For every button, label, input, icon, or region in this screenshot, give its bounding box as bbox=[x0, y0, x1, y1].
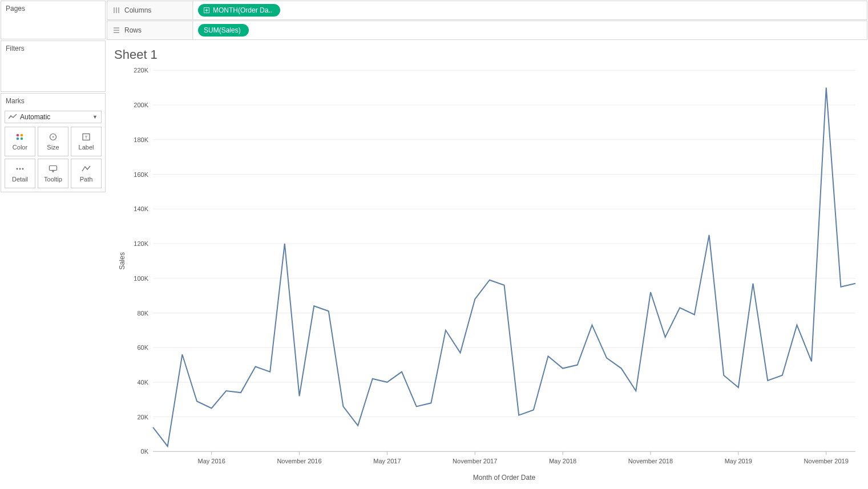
svg-text:40K: 40K bbox=[137, 379, 148, 386]
svg-text:100K: 100K bbox=[134, 275, 148, 282]
columns-content[interactable]: MONTH(Order Da.. bbox=[193, 1, 867, 19]
chevron-down-icon: ▼ bbox=[92, 114, 98, 120]
svg-text:May 2019: May 2019 bbox=[725, 458, 752, 464]
svg-point-10 bbox=[22, 168, 24, 170]
sheet-title[interactable]: Sheet 1 bbox=[114, 47, 860, 62]
detail-label: Detail bbox=[12, 176, 28, 183]
size-label: Size bbox=[47, 144, 59, 151]
svg-point-2 bbox=[17, 138, 19, 140]
svg-text:140K: 140K bbox=[134, 205, 148, 212]
color-button[interactable]: Color bbox=[5, 127, 35, 156]
svg-text:200K: 200K bbox=[134, 102, 148, 108]
columns-shelf[interactable]: Columns MONTH(Order Da.. bbox=[107, 1, 867, 20]
svg-text:220K: 220K bbox=[134, 67, 148, 74]
color-icon bbox=[15, 132, 25, 142]
marks-title: Marks bbox=[1, 94, 105, 108]
color-label: Color bbox=[13, 144, 27, 151]
svg-text:May 2017: May 2017 bbox=[373, 458, 401, 464]
marks-type-dropdown[interactable]: Automatic ▼ bbox=[5, 111, 102, 123]
svg-text:May 2018: May 2018 bbox=[549, 458, 576, 464]
svg-text:120K: 120K bbox=[134, 240, 148, 247]
rows-content[interactable]: SUM(Sales) bbox=[193, 21, 867, 39]
rows-shelf[interactable]: Rows SUM(Sales) bbox=[107, 21, 867, 40]
svg-text:T: T bbox=[85, 135, 88, 140]
columns-label: Columns bbox=[124, 6, 151, 14]
svg-text:180K: 180K bbox=[134, 136, 148, 143]
svg-text:Month of Order Date: Month of Order Date bbox=[473, 474, 536, 482]
pages-shelf[interactable]: Pages bbox=[1, 1, 106, 39]
tooltip-button[interactable]: Tooltip bbox=[38, 159, 68, 188]
filters-title: Filters bbox=[1, 41, 105, 56]
pages-title: Pages bbox=[1, 1, 105, 16]
left-sidebar: Pages Filters Marks Automatic ▼ Color Si… bbox=[0, 0, 106, 489]
svg-text:0K: 0K bbox=[141, 448, 149, 455]
rows-icon bbox=[113, 27, 120, 34]
chart[interactable]: 0K20K40K60K80K100K120K140K160K180K200K22… bbox=[113, 64, 861, 487]
svg-text:20K: 20K bbox=[137, 414, 148, 421]
viz-area: Sheet 1 0K20K40K60K80K100K120K140K160K18… bbox=[106, 41, 868, 489]
svg-rect-11 bbox=[50, 166, 57, 171]
detail-button[interactable]: Detail bbox=[5, 159, 35, 188]
svg-text:80K: 80K bbox=[137, 309, 148, 316]
svg-point-1 bbox=[21, 134, 23, 137]
svg-text:November 2018: November 2018 bbox=[628, 458, 673, 464]
tooltip-icon bbox=[48, 164, 58, 173]
label-icon: T bbox=[81, 132, 91, 142]
svg-point-5 bbox=[53, 136, 54, 138]
rows-label: Rows bbox=[124, 26, 142, 34]
line-mark-icon bbox=[9, 114, 17, 120]
columns-icon bbox=[113, 7, 120, 14]
svg-point-0 bbox=[17, 134, 19, 137]
label-label: Label bbox=[79, 144, 94, 151]
tooltip-label: Tooltip bbox=[44, 176, 62, 183]
path-button[interactable]: Path bbox=[71, 159, 102, 188]
size-button[interactable]: Size bbox=[38, 127, 68, 156]
marks-buttons: Color Size T Label Detail Tooltip Path bbox=[1, 127, 105, 192]
svg-text:November 2016: November 2016 bbox=[277, 458, 321, 464]
rows-pill[interactable]: SUM(Sales) bbox=[198, 24, 249, 37]
path-icon bbox=[81, 164, 91, 173]
columns-label-area: Columns bbox=[107, 1, 193, 19]
size-icon bbox=[48, 132, 58, 142]
rows-label-area: Rows bbox=[107, 21, 193, 39]
columns-pill[interactable]: MONTH(Order Da.. bbox=[198, 4, 280, 17]
rows-pill-label: SUM(Sales) bbox=[204, 26, 241, 34]
filters-shelf[interactable]: Filters bbox=[1, 41, 106, 92]
shelves: Columns MONTH(Order Da.. Rows SUM(Sales) bbox=[106, 0, 868, 41]
detail-icon bbox=[15, 164, 25, 173]
svg-text:November 2017: November 2017 bbox=[453, 458, 497, 464]
svg-text:November 2019: November 2019 bbox=[804, 458, 849, 464]
svg-text:160K: 160K bbox=[134, 171, 148, 177]
main-area: Columns MONTH(Order Da.. Rows SUM(Sales) bbox=[106, 0, 868, 489]
svg-point-9 bbox=[19, 168, 21, 170]
marks-type-label: Automatic bbox=[20, 113, 50, 121]
svg-text:May 2016: May 2016 bbox=[197, 458, 225, 464]
columns-pill-label: MONTH(Order Da.. bbox=[213, 6, 272, 14]
label-button[interactable]: T Label bbox=[71, 127, 102, 156]
plus-icon bbox=[204, 7, 209, 13]
svg-text:Sales: Sales bbox=[118, 252, 126, 270]
path-label: Path bbox=[80, 176, 93, 183]
svg-point-3 bbox=[21, 138, 23, 140]
svg-text:60K: 60K bbox=[137, 344, 148, 351]
svg-point-8 bbox=[17, 168, 18, 170]
marks-card: Marks Automatic ▼ Color Size T Label bbox=[1, 93, 106, 192]
